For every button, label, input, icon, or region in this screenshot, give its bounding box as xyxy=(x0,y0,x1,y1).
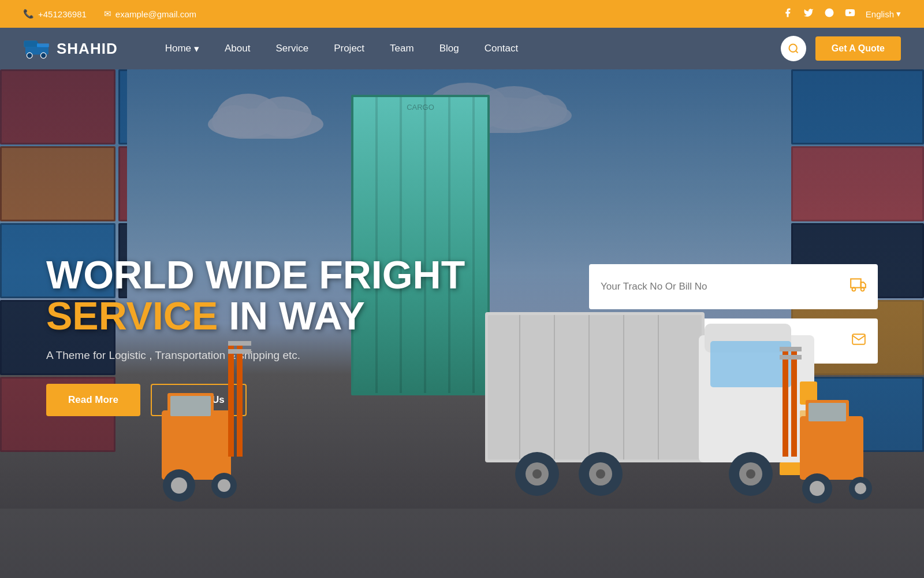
phone-icon: 📞 xyxy=(23,9,34,19)
facebook-icon[interactable] xyxy=(783,8,793,21)
nav-team[interactable]: Team xyxy=(377,28,427,69)
hero-section: CARGO xyxy=(0,69,924,578)
svg-point-61 xyxy=(855,483,866,494)
svg-point-0 xyxy=(825,8,833,17)
svg-rect-6 xyxy=(37,43,49,47)
nav-home[interactable]: Home ▾ xyxy=(152,28,212,69)
language-label: English xyxy=(866,9,894,19)
svg-point-26 xyxy=(171,477,187,494)
truck xyxy=(485,266,820,509)
nav-service[interactable]: Service xyxy=(263,28,321,69)
twitter-icon[interactable] xyxy=(803,8,814,21)
email-icon: ✉ xyxy=(104,9,111,19)
logo-text: SHAHID xyxy=(57,40,118,58)
dribbble-icon[interactable] xyxy=(824,8,834,21)
nav-blog[interactable]: Blog xyxy=(427,28,472,69)
forklift-left xyxy=(139,324,254,509)
email-address: example@gmail.com xyxy=(116,9,196,19)
nav-team-label: Team xyxy=(390,43,414,54)
svg-point-65 xyxy=(861,288,865,291)
top-bar: 📞 +451236981 ✉ example@gmail.com English… xyxy=(0,0,924,28)
svg-point-28 xyxy=(218,479,230,492)
svg-point-47 xyxy=(596,469,605,479)
truck-icon xyxy=(850,277,866,297)
main-nav: Home ▾ About Service Project Team Blog C… xyxy=(152,28,781,69)
nav-home-label: Home xyxy=(165,43,191,54)
nav-project[interactable]: Project xyxy=(321,28,377,69)
logo[interactable]: SHAHID xyxy=(23,37,118,60)
svg-rect-53 xyxy=(808,403,846,421)
svg-rect-56 xyxy=(780,347,802,351)
home-dropdown-icon: ▾ xyxy=(194,43,199,55)
nav-about-label: About xyxy=(225,43,250,54)
search-button[interactable] xyxy=(781,36,806,61)
forklift-right xyxy=(780,335,889,509)
phone-number: +451236981 xyxy=(38,9,87,19)
email-info: ✉ example@gmail.com xyxy=(104,9,196,19)
svg-point-64 xyxy=(852,288,856,291)
nav-contact-label: Contact xyxy=(485,43,519,54)
nav-service-label: Service xyxy=(275,43,308,54)
get-quote-button[interactable]: Get A Quote xyxy=(815,36,901,61)
navbar: SHAHID Home ▾ About Service Project Team… xyxy=(0,28,924,69)
top-bar-right: English ▾ xyxy=(783,8,901,21)
svg-point-50 xyxy=(746,469,755,479)
top-bar-contact: 📞 +451236981 ✉ example@gmail.com xyxy=(23,9,196,19)
svg-point-44 xyxy=(532,469,542,479)
svg-point-5 xyxy=(40,53,46,58)
youtube-icon[interactable] xyxy=(845,8,855,21)
svg-rect-54 xyxy=(783,347,788,457)
svg-rect-22 xyxy=(237,341,243,457)
phone-info: 📞 +451236981 xyxy=(23,9,87,19)
svg-line-8 xyxy=(796,51,798,53)
read-more-button[interactable]: Read More xyxy=(46,384,140,416)
chevron-down-icon: ▾ xyxy=(896,9,901,19)
svg-marker-63 xyxy=(861,282,866,287)
svg-rect-21 xyxy=(228,341,234,457)
nav-contact[interactable]: Contact xyxy=(472,28,531,69)
nav-right: Get A Quote xyxy=(781,36,901,61)
svg-rect-55 xyxy=(791,347,797,457)
svg-rect-20 xyxy=(170,396,211,416)
svg-rect-23 xyxy=(228,341,251,346)
svg-rect-62 xyxy=(851,279,861,288)
svg-rect-38 xyxy=(710,341,791,387)
nav-project-label: Project xyxy=(334,43,364,54)
nav-blog-label: Blog xyxy=(439,43,459,54)
svg-point-7 xyxy=(789,45,796,52)
svg-point-4 xyxy=(27,53,32,58)
language-selector[interactable]: English ▾ xyxy=(866,9,901,19)
svg-rect-57 xyxy=(780,355,802,360)
svg-point-59 xyxy=(810,481,825,496)
nav-about[interactable]: About xyxy=(212,28,263,69)
svg-rect-24 xyxy=(228,349,251,354)
